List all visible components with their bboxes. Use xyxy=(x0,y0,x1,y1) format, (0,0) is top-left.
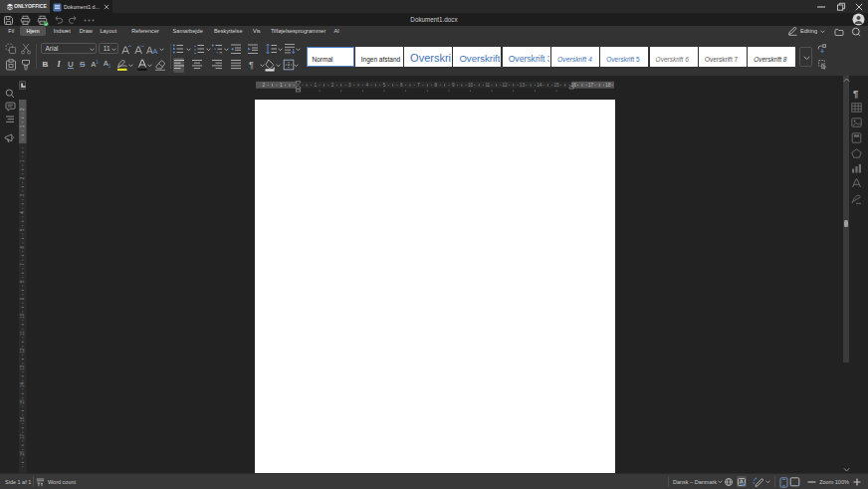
svg-text:18: 18 xyxy=(605,83,611,88)
svg-text:7: 7 xyxy=(417,83,420,88)
svg-text:15: 15 xyxy=(553,83,559,88)
svg-text:15: 15 xyxy=(20,399,25,405)
svg-text:1: 1 xyxy=(280,83,283,88)
svg-text:11: 11 xyxy=(20,331,25,336)
svg-text:3: 3 xyxy=(348,83,351,88)
svg-text:2: 2 xyxy=(263,83,266,88)
svg-text:4: 4 xyxy=(20,211,25,214)
svg-text:5: 5 xyxy=(20,228,25,231)
svg-text:1: 1 xyxy=(315,83,318,88)
svg-text:1: 1 xyxy=(20,159,25,162)
svg-text:4: 4 xyxy=(365,83,368,88)
svg-text:7: 7 xyxy=(20,263,25,266)
svg-text:2: 2 xyxy=(20,176,25,179)
svg-text:10: 10 xyxy=(468,83,474,88)
svg-text:18: 18 xyxy=(20,451,25,457)
svg-text:17: 17 xyxy=(20,433,25,439)
svg-text:9: 9 xyxy=(452,83,455,88)
svg-text:13: 13 xyxy=(520,83,526,88)
svg-text:13: 13 xyxy=(20,365,25,370)
svg-text:11: 11 xyxy=(485,83,490,88)
svg-text:3: 3 xyxy=(20,193,25,196)
svg-text:12: 12 xyxy=(20,348,25,354)
svg-text:5: 5 xyxy=(383,83,386,88)
svg-text:6: 6 xyxy=(400,83,403,88)
svg-text:8: 8 xyxy=(435,83,438,88)
svg-text:12: 12 xyxy=(503,83,509,88)
svg-text:2: 2 xyxy=(331,83,334,88)
svg-text:14: 14 xyxy=(537,83,542,88)
svg-text:9: 9 xyxy=(20,297,25,300)
svg-text:2: 2 xyxy=(20,108,25,111)
svg-text:1: 1 xyxy=(20,124,25,127)
svg-text:10: 10 xyxy=(20,313,25,319)
svg-text:14: 14 xyxy=(20,382,25,388)
svg-text:8: 8 xyxy=(20,280,25,283)
svg-text:16: 16 xyxy=(20,416,25,422)
svg-text:6: 6 xyxy=(20,245,25,248)
svg-text:17: 17 xyxy=(588,83,594,88)
